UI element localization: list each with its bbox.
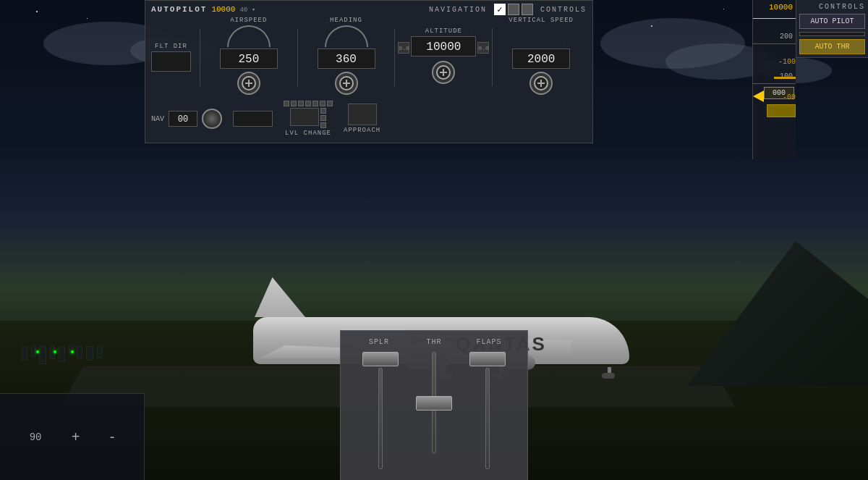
lvl-change-buttons-side [290,108,326,128]
nav-checkbox-active[interactable]: ✓ [494,4,506,15]
splr-label: SPLR [354,338,404,346]
lvl-change-label: LVL CHANGE [285,130,331,137]
splr-handle[interactable] [362,352,399,366]
zoom-minus-button[interactable]: - [110,429,115,445]
throttle-panel [352,352,516,469]
heading-arc [325,25,368,47]
autopilot-title: AUTOPILOT [151,5,207,14]
nav-extra-box[interactable] [233,111,273,127]
neg00-label: -00 [752,93,796,101]
flt-dir-column: FLT DIR [151,43,191,72]
lvl-btn-5[interactable] [312,101,318,106]
auto-thr-button[interactable]: AUTO THR [799,39,865,54]
lvl-btn-6[interactable] [320,101,326,106]
auto-pilot-value-box[interactable] [799,32,865,36]
right-indicators: -100 -00 [752,58,796,117]
hud-title-bar: AUTOPILOT 10000 40 ▾ NAVIGATION ✓ CONTRO… [151,4,587,15]
altitude-small-1: 0.0 [398,42,409,54]
heading-arc-container [321,25,372,47]
lvl-change-section: LVL CHANGE [284,101,333,137]
altitude-label: ALTITUDE [425,28,462,35]
flaps-label: FLAPS [464,338,514,346]
flaps-track [485,368,490,469]
aircraft-tailfin-red [255,277,305,317]
neg00-block [767,104,796,117]
separator-4 [492,28,493,86]
flt-dir-box[interactable] [151,51,191,72]
star [87,18,88,19]
airspeed-value[interactable]: 250 [220,49,278,69]
altitude-knob[interactable] [432,61,455,84]
lvl-side-1[interactable] [320,108,326,114]
neg100-label: -100 [752,58,796,66]
vertical-speed-value[interactable]: 2000 [512,49,570,69]
splr-column [362,352,399,469]
lvl-btn-7[interactable] [327,101,333,106]
approach-label: APPROACH [344,127,380,134]
star [723,9,724,9]
lvl-btn-1[interactable] [284,101,289,106]
controls-title: CONTROLS [799,3,865,11]
bottom-controls-panel: SPLR THR FLAPS [340,330,528,480]
separator-1 [200,28,200,86]
alt-tick-200 [753,43,796,44]
thr-column [432,352,436,453]
hud-nav-row: NAV 00 L [151,101,587,137]
separator-2 [297,28,298,86]
lvl-side-3[interactable] [320,122,326,128]
heading-label: HEADING [330,17,362,24]
runway-lights-green [36,350,74,353]
zoom-value: 90 [30,431,42,443]
controls-panel: CONTROLS AUTO PILOT AUTO THR [796,0,868,58]
star [36,11,38,12]
airspeed-label: AIRSPEED [230,17,267,24]
navigation-label: NAVIGATION [429,6,487,14]
altitude-column: ALTITUDE 0.0 10000 0.0 [398,28,489,87]
altitude-display-row: 0.0 10000 0.0 [398,36,489,59]
heading-column: HEADING 360 [301,17,392,98]
nav-dial[interactable] [202,109,222,129]
lvl-btn-3[interactable] [298,101,304,106]
lvl-btn-4[interactable] [305,101,311,106]
mountain [687,241,868,386]
nav-value[interactable]: 00 [169,111,197,127]
heading-knob[interactable] [335,72,358,95]
hud-main-row: FLT DIR AIRSPEED 250 HEADING 360 [151,17,587,98]
airspeed-arc-container [224,25,274,47]
nav-checkbox-1[interactable] [508,4,519,15]
vertical-speed-column: VERTICAL SPEED 2000 [495,17,587,98]
auto-pilot-button[interactable]: AUTO PILOT [799,14,865,29]
vertical-speed-knob[interactable] [529,72,553,95]
controls-header: SPLR THR FLAPS [352,338,516,346]
lvl-change-buttons-top [284,101,333,106]
nav-checkbox-2[interactable] [522,4,533,15]
controls-label: CONTROLS [540,6,587,14]
buildings-left [22,346,102,364]
autopilot-hud: AUTOPILOT 10000 40 ▾ NAVIGATION ✓ CONTRO… [145,0,593,143]
heading-value[interactable]: 360 [318,49,375,69]
airspeed-column: AIRSPEED 250 [203,17,294,98]
yellow-bar-1 [774,77,796,79]
left-bottom-panel: 90 + - [0,393,145,480]
altitude-small-2: 0.0 [477,42,489,54]
lvl-change-main-btn[interactable] [290,108,319,126]
altitude-value[interactable]: 10000 [411,36,476,56]
alt-display-top: 10000 [769,3,796,12]
approach-btn[interactable] [348,104,377,125]
speed-top-value: 10000 [211,5,235,14]
airspeed-knob[interactable] [237,72,260,95]
lvl-btn-2[interactable] [291,101,297,106]
flaps-handle[interactable] [469,352,506,366]
lvl-side-2[interactable] [320,115,326,121]
separator-3 [394,28,395,86]
flt-dir-label: FLT DIR [155,43,187,50]
thr-handle[interactable] [416,396,452,410]
vertical-speed-label: VERTICAL SPEED [509,17,574,24]
nav-label: NAV [151,115,164,123]
zoom-plus-button[interactable]: + [72,429,80,445]
thr-track [432,352,436,453]
splr-track [378,368,383,469]
wheel-front [602,373,615,379]
approach-section: APPROACH [344,104,380,134]
alt-200-label: 200 [780,33,796,41]
